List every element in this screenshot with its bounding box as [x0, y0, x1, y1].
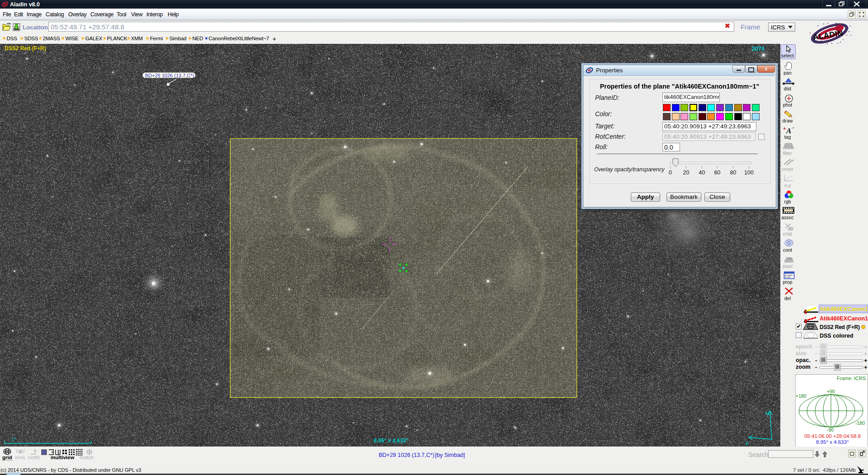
svg-text:2074: 2074	[752, 46, 765, 52]
svg-text:8.95° x 4.633°: 8.95° x 4.633°	[374, 437, 408, 444]
svg-text:BD+29 1026 (13.7,C*): BD+29 1026 (13.7,C*)	[145, 73, 194, 78]
svg-text:+90: +90	[827, 389, 835, 394]
svg-text:+180: +180	[796, 393, 807, 399]
svg-text:DSS2 Red (F+R): DSS2 Red (F+R)	[5, 45, 46, 52]
svg-text:-180: -180	[855, 420, 865, 426]
svg-text:E: E	[746, 441, 749, 446]
svg-text:Frame: ICRS: Frame: ICRS	[837, 376, 866, 381]
svg-text:-90: -90	[827, 427, 834, 433]
svg-text:N: N	[765, 411, 769, 416]
svg-text:05:41:06.00 +28:04:58.8: 05:41:06.00 +28:04:58.8	[804, 433, 861, 439]
svg-text:1°: 1°	[11, 437, 16, 442]
svg-text:+: +	[783, 126, 786, 131]
svg-text:8.95° x 4.633°: 8.95° x 4.633°	[816, 439, 849, 445]
